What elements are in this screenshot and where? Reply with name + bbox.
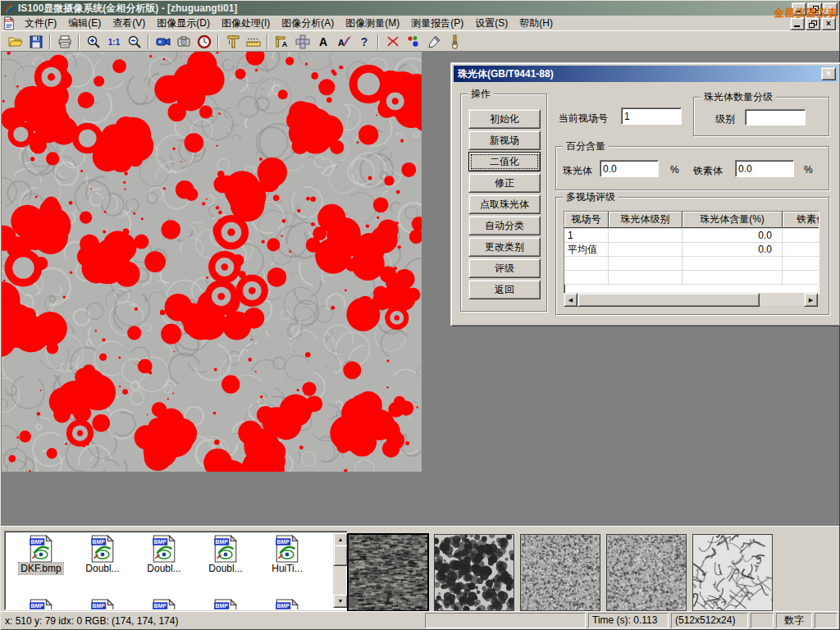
file-item[interactable]: HuiTi... (258, 535, 317, 574)
file-item[interactable] (11, 599, 71, 610)
table-header-row: 视场号 珠光体级别 珠光体含量(%) 铁素体含量(%) (564, 212, 819, 229)
file-item[interactable]: Doubl... (196, 535, 255, 574)
measure-text-icon[interactable]: A (272, 33, 292, 51)
menu-edit[interactable]: 编辑(E) (62, 16, 107, 31)
phase-marker-icon[interactable] (403, 33, 423, 51)
file-name: Doubl... (207, 563, 244, 574)
file-item[interactable] (73, 599, 132, 610)
ruler-icon[interactable] (243, 33, 263, 51)
file-browser: DKF.bmp Doubl... Doubl... Doubl... HuiTi… (4, 531, 348, 610)
scroll-left-icon[interactable]: ◀ (564, 293, 578, 307)
brush-tool-icon[interactable] (444, 33, 464, 51)
scroll-right-icon[interactable]: ▶ (804, 293, 818, 307)
grading-group-label: 珠光体数量分级 (701, 91, 776, 103)
pearlite-dialog: 珠光体(GB/T9441-88) × 操作 初始化 新视场 二值化 修正 点取珠… (450, 62, 840, 326)
auto-classify-button[interactable]: 自动分类 (468, 216, 541, 235)
file-item[interactable] (196, 599, 255, 610)
toolbar-separator (78, 34, 80, 49)
menu-image-analysis[interactable]: 图像分析(A) (276, 16, 340, 31)
table-horizontal-scrollbar[interactable]: ◀ ▶ (564, 293, 818, 305)
child-close-button[interactable]: × (821, 17, 836, 30)
menu-measure-report[interactable]: 测量报告(P) (405, 16, 469, 31)
thumbnail-preview[interactable] (521, 535, 600, 610)
status-spacer-panel (425, 613, 586, 628)
grid-icon[interactable] (292, 33, 313, 51)
thumbnail-preview[interactable] (693, 535, 772, 610)
header-ferrite-content[interactable]: 铁素体含量(%) (783, 212, 819, 228)
header-pearlite-level[interactable]: 珠光体级别 (609, 212, 682, 228)
edit-text-icon[interactable]: A (333, 33, 354, 51)
video-camera-icon[interactable] (153, 33, 173, 51)
menu-help[interactable]: 帮助(H) (514, 16, 559, 31)
scroll-down-icon[interactable]: ▼ (333, 594, 348, 608)
header-field-no[interactable]: 视场号 (564, 212, 609, 228)
return-button[interactable]: 返回 (468, 280, 541, 299)
clock-icon[interactable] (194, 33, 214, 51)
change-class-button[interactable]: 更改类别 (468, 237, 541, 257)
menu-bar: DOC 文件(F) 编辑(E) 查看(V) 图像显示(D) 图像处理(I) 图像… (1, 16, 839, 30)
scrollbar-thumb[interactable] (578, 293, 760, 307)
file-list-scrollbar[interactable]: ▲ ▼ (333, 532, 346, 608)
current-field-label: 当前视场号 (559, 112, 608, 126)
thumbnail-preview[interactable] (435, 535, 514, 610)
text-annotation-icon[interactable]: A (313, 33, 333, 51)
file-name: HuiTi... (270, 563, 304, 574)
save-icon[interactable] (25, 33, 46, 51)
child-restore-button[interactable] (806, 17, 820, 30)
file-item[interactable] (258, 599, 317, 610)
menu-image-processing[interactable]: 图像处理(I) (216, 16, 276, 31)
multifield-group: 多视场评级 视场号 珠光体级别 珠光体含量(%) 铁素体含量(%) 1 0.0 (555, 197, 829, 315)
status-spacer-panel (751, 613, 774, 628)
percent-group-label: 百分含量 (563, 140, 609, 152)
file-item[interactable]: Doubl... (73, 535, 132, 574)
cell-ferrite (783, 243, 819, 256)
zoom-out-icon[interactable] (124, 33, 144, 51)
table-row[interactable]: 平均值 0.0 (564, 243, 819, 257)
pen-tool-icon[interactable] (423, 33, 444, 51)
zoom-in-icon[interactable] (83, 33, 103, 51)
dialog-close-button[interactable]: × (821, 67, 836, 80)
correct-button[interactable]: 修正 (468, 173, 541, 193)
menu-file[interactable]: 文件(F) (19, 16, 62, 31)
menu-image-measure[interactable]: 图像测量(M) (340, 16, 405, 31)
child-minimize-button[interactable] (790, 17, 805, 30)
rate-button[interactable]: 评级 (468, 258, 541, 278)
current-field-input[interactable] (621, 107, 682, 125)
file-item[interactable] (135, 599, 194, 610)
pick-pearlite-button[interactable]: 点取珠光体 (468, 194, 541, 214)
file-item[interactable]: DKF.bmp (11, 535, 71, 574)
caliper-icon[interactable] (222, 33, 243, 51)
open-file-icon[interactable] (5, 33, 25, 51)
menu-image-display[interactable]: 图像显示(D) (151, 16, 216, 31)
close-icon: × (828, 5, 833, 13)
level-label: 级别 (715, 112, 735, 126)
table-row-empty (564, 271, 819, 285)
window-restore-button[interactable] (807, 2, 822, 16)
table-row[interactable]: 1 0.0 (564, 229, 819, 243)
thumbnail-preview[interactable] (349, 535, 427, 610)
metallograph-image[interactable] (2, 52, 422, 472)
pearlite-percent-input[interactable] (600, 160, 659, 177)
photo-camera-icon[interactable] (173, 33, 194, 51)
file-item[interactable]: Doubl... (135, 535, 194, 574)
print-icon[interactable] (54, 33, 75, 51)
svg-text:1:1: 1:1 (107, 38, 120, 47)
cell-level (609, 229, 682, 242)
help-icon[interactable]: ? (354, 33, 374, 51)
scrollbar-thumb[interactable] (333, 545, 348, 566)
binarize-button[interactable]: 二值化 (468, 152, 541, 171)
window-close-button[interactable]: × (823, 2, 838, 16)
thumbnail-preview[interactable] (607, 535, 686, 610)
init-button[interactable]: 初始化 (468, 109, 541, 129)
new-field-button[interactable]: 新视场 (468, 130, 541, 150)
menu-settings[interactable]: 设置(S) (469, 16, 514, 31)
header-pearlite-content[interactable]: 珠光体含量(%) (682, 212, 783, 228)
level-input[interactable] (745, 109, 806, 126)
window-minimize-button[interactable] (792, 2, 806, 16)
menu-view[interactable]: 查看(V) (107, 16, 151, 31)
actual-size-icon[interactable]: 1:1 (103, 33, 124, 51)
cell-level (609, 243, 682, 256)
ferrite-label: 铁素体 (693, 164, 723, 178)
curve-tool-icon[interactable] (382, 33, 403, 51)
ferrite-percent-input[interactable] (735, 160, 794, 177)
